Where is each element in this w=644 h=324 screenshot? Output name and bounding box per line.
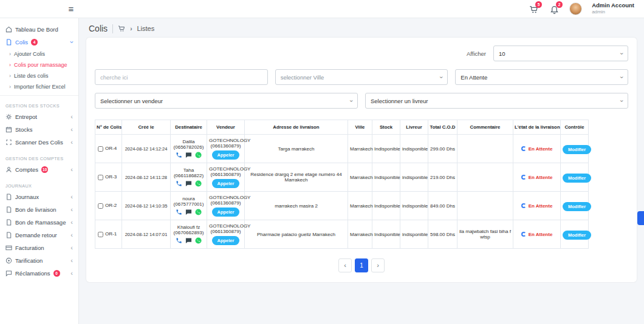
sidebar-item-colis[interactable]: Colis 4 ‹: [0, 36, 78, 49]
statut-select-value: En Attente: [461, 74, 487, 81]
vendeur-name: GOTECHNOLOGY: [209, 195, 242, 200]
sms-icon[interactable]: [185, 237, 192, 244]
divider: [0, 95, 78, 96]
sidebar-item-comptes[interactable]: Comptes 10 ‹: [0, 163, 78, 176]
hamburger-menu-button[interactable]: ≡: [63, 0, 79, 18]
page-size-select[interactable]: 10 ›: [493, 46, 628, 61]
notifications-button[interactable]: 2: [549, 4, 560, 15]
chevron-left-icon: ‹: [70, 113, 73, 120]
col-header: Total C.O.D: [428, 120, 457, 135]
modifier-button[interactable]: Modifier: [563, 145, 591, 154]
vendeur-phone: (0661360879): [209, 229, 242, 234]
livreur-cell: indisponible: [400, 220, 428, 249]
whatsapp-icon[interactable]: [195, 152, 202, 158]
livreur-select[interactable]: Selectionner un livreur ›: [365, 93, 628, 109]
created-cell: 2024-08-12 14:11:28: [122, 163, 171, 192]
sidebar-item-importer-excel[interactable]: › Importer fichier Excel: [0, 81, 78, 92]
chevron-down-icon: ›: [438, 76, 445, 78]
pagination-page-1-button[interactable]: 1: [355, 258, 368, 272]
admin-account-menu[interactable]: Admin Account admin: [592, 2, 634, 15]
ville-select[interactable]: selectionner Ville ›: [275, 69, 448, 85]
search-input[interactable]: [95, 69, 268, 85]
sidebar-item-demande-retour[interactable]: Demande retour ‹: [0, 229, 78, 241]
sidebar-item-stocks[interactable]: Stocks ‹: [0, 123, 78, 136]
sidebar-item-reclamations[interactable]: Réclamations 0 ‹: [0, 267, 78, 280]
vendeur-cell: GOTECHNOLOGY (0661360879) Appeler: [207, 192, 245, 220]
colis-id: OR-1: [105, 231, 117, 237]
address-cell: Pharmacie palacio gueliz Marrakech: [245, 220, 348, 249]
chevron-down-icon: ›: [618, 100, 625, 101]
sidebar-item-bon-ramassage[interactable]: Bon de Ramassage ‹: [0, 216, 78, 229]
status-cell: En Attente: [513, 163, 561, 192]
appeler-button[interactable]: Appeler: [212, 179, 240, 188]
table-row: OR-2 2024-08-12 14:10:35 noura (06757770…: [95, 192, 589, 220]
vendeur-phone: (0661360879): [209, 143, 242, 149]
target-icon: [5, 257, 12, 264]
controle-cell: Modifier: [561, 163, 589, 192]
phone-icon[interactable]: [176, 209, 182, 215]
avatar[interactable]: [569, 2, 582, 15]
phone-icon[interactable]: [176, 152, 182, 158]
created-cell: 2024-08-12 14:12:24: [122, 135, 171, 163]
row-checkbox[interactable]: [98, 146, 103, 152]
sidebar-item-bon-livraison[interactable]: Bon de livraison ‹: [0, 203, 78, 216]
pagination-prev-button[interactable]: ‹: [338, 258, 352, 272]
row-checkbox[interactable]: [98, 203, 103, 209]
whatsapp-icon[interactable]: [195, 209, 202, 215]
sidebar-item-journaux[interactable]: Journaux ‹: [0, 191, 78, 203]
user-icon: [5, 166, 12, 173]
vendeur-cell: GOTECHNOLOGY (0661360879) Appeler: [207, 163, 245, 192]
vendeur-select[interactable]: Selectionner un vendeur ›: [95, 93, 358, 109]
vendeur-name: GOTECHNOLOGY: [209, 223, 242, 229]
sidebar-item-entrepot[interactable]: Entrepot ‹: [0, 110, 78, 123]
sms-icon[interactable]: [185, 209, 192, 215]
topbar: ≡ 5 2 Admin Account admin: [0, 0, 644, 18]
stock-cell: Indisponible: [372, 220, 400, 249]
chevron-left-icon: ‹: [70, 139, 73, 146]
main-content: Colis › Listes Afficher 10 › selectionne…: [79, 18, 644, 324]
col-header: L'état de la livraison: [513, 120, 561, 135]
file-icon: [5, 206, 12, 213]
file-icon: [5, 219, 12, 226]
modifier-button[interactable]: Modifier: [563, 174, 591, 183]
sidebar-item-colis-ramassage[interactable]: › Colis pour ramassage: [0, 59, 78, 70]
sidebar-item-tarification[interactable]: Tarification ‹: [0, 254, 78, 267]
ville-cell: Marrakech: [348, 163, 372, 192]
stock-cell: Indisponible: [372, 135, 400, 163]
ville-select-value: selectionner Ville: [281, 74, 324, 81]
whatsapp-icon[interactable]: [195, 237, 202, 244]
pagination: ‹ 1 ›: [95, 258, 628, 272]
sidebar-item-dashboard[interactable]: Tableau De Bord: [0, 23, 78, 36]
list-card: Afficher 10 › selectionner Ville › En At…: [86, 38, 637, 282]
appeler-button[interactable]: Appeler: [212, 236, 240, 245]
address-cell: Residence drargq 2 eme etage numéro 44 M…: [245, 163, 348, 192]
modifier-button[interactable]: Modifier: [563, 231, 591, 240]
sidebar-item-scanner[interactable]: Scanner Des Colis ‹: [0, 136, 78, 149]
sidebar-item-liste-colis[interactable]: › Liste des colis: [0, 70, 78, 81]
chevron-left-icon: ‹: [70, 219, 73, 226]
statut-select[interactable]: En Attente ›: [455, 69, 628, 85]
vendeur-name: GOTECHNOLOGY: [209, 138, 242, 143]
notifications-badge: 2: [556, 1, 563, 8]
row-checkbox[interactable]: [98, 175, 103, 180]
address-cell: Targa marrakech: [245, 135, 348, 163]
appeler-button[interactable]: Appeler: [212, 150, 240, 160]
cart-button[interactable]: 5: [528, 4, 539, 15]
sms-icon[interactable]: [185, 152, 192, 158]
row-checkbox[interactable]: [98, 232, 103, 237]
settings-edge-tab[interactable]: [637, 211, 644, 225]
pagination-next-button[interactable]: ›: [371, 258, 385, 272]
sidebar-item-label: Scanner Des Colis: [15, 139, 63, 146]
cod-cell: 219.00 Dhs: [428, 163, 457, 192]
phone-icon[interactable]: [176, 180, 182, 187]
modifier-button[interactable]: Modifier: [563, 202, 591, 211]
whatsapp-icon[interactable]: [195, 180, 202, 187]
phone-icon[interactable]: [176, 237, 182, 244]
sidebar-item-ajouter-colis[interactable]: › Ajouter Colis: [0, 49, 78, 59]
livreur-cell: indisponible: [400, 163, 428, 192]
sms-icon[interactable]: [185, 180, 192, 187]
breadcrumb-current: Listes: [137, 25, 154, 32]
sidebar-item-facturation[interactable]: Facturation ‹: [0, 241, 78, 254]
col-header: Commentaire: [457, 120, 513, 135]
appeler-button[interactable]: Appeler: [212, 208, 240, 217]
